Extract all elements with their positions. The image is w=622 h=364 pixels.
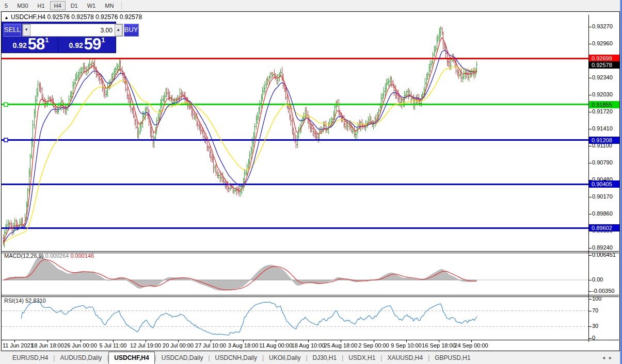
rsi-axis-tick (589, 299, 592, 300)
price-axis-tick-label: 0.89860 (592, 210, 620, 217)
price-axis-tick (589, 78, 592, 78)
price-axis-tick-label: 0.91410 (592, 125, 620, 131)
time-axis-tick (471, 340, 472, 342)
one-click-trade-panel: SELL ▼ ▲ BUY 0.92 58 1 0.92 59 1 (2, 22, 116, 53)
price-axis-tick-label: 0.90790 (592, 159, 620, 166)
timeframe-button-h1[interactable]: H1 (34, 1, 49, 10)
macd-axis-tick (589, 280, 592, 280)
time-axis-tick (341, 340, 341, 342)
price-badge: 0.91855 (589, 101, 619, 108)
rsi-axis-label: 30 (592, 323, 620, 329)
timeframe-button-5[interactable]: 5 (1, 1, 12, 10)
time-axis-tick (406, 340, 407, 342)
price-axis-tick (589, 129, 592, 129)
macd-label: MACD(12,26,9) 0.000264 0.000146 (4, 253, 94, 259)
tabs-scroll-right-icon[interactable]: ▸ (609, 355, 616, 360)
buy-price-major: 0.92 (69, 41, 83, 49)
timeframe-button-mn[interactable]: MN (101, 1, 118, 10)
rsi-axis-label: 70 (592, 307, 620, 313)
panel-separator (2, 340, 619, 340)
panel-separator[interactable] (2, 251, 619, 252)
chart-tab-usdchf[interactable]: USDCHF,H4 (108, 352, 154, 364)
price-axis-tick (589, 197, 592, 197)
price-axis-tick (589, 214, 592, 214)
price-axis-tick-label: 0.89240 (592, 244, 620, 251)
price-axis-tick (589, 112, 592, 112)
timeframe-button-m30[interactable]: M30 (13, 1, 32, 10)
price-badge: 0.89602 (589, 224, 619, 231)
chart-title: ▲USDCHF,H4 0.92576 0.92578 0.92576 0.925… (4, 13, 142, 21)
sell-price-display[interactable]: 0.92 58 1 (4, 37, 58, 52)
rsi-axis-tick (589, 338, 592, 339)
sell-button[interactable]: SELL (4, 24, 21, 37)
buy-button[interactable]: BUY (124, 24, 139, 37)
buy-price-display[interactable]: 0.92 59 1 (60, 37, 114, 52)
timeframe-button-h4[interactable]: H4 (50, 1, 66, 10)
rsi-canvas[interactable] (2, 296, 588, 340)
time-axis-tick (374, 340, 374, 342)
mt4-terminal: 5M30H1H4D1W1MN ▲USDCHF,H4 0.92576 0.9257… (0, 0, 622, 364)
price-axis-tick-label: 0.90170 (592, 193, 620, 200)
price-axis-tick (589, 44, 592, 44)
rsi-axis-tick (589, 326, 592, 327)
rsi-label: RSI(14) 52.8310 (4, 297, 46, 304)
buy-price-pips: 59 (84, 37, 101, 52)
price-axis-tick-label: 0.93270 (592, 23, 620, 29)
time-axis-tick (47, 340, 48, 342)
rsi-axis-label: 0 (592, 335, 620, 341)
volume-down-icon[interactable]: ▼ (23, 24, 30, 36)
chart-title-text: USDCHF,H4 0.92576 0.92578 0.92576 0.9257… (11, 13, 142, 21)
price-axis-tick (589, 146, 592, 146)
toolbar-separator (121, 2, 122, 10)
chart-tab-dj30[interactable]: DJ30,H1 (308, 352, 342, 364)
time-axis-tick (14, 340, 15, 342)
time-axis-tick (146, 340, 146, 342)
price-axis-tick (589, 163, 592, 163)
price-badge: 0.92578 (589, 61, 619, 69)
rsi-axis-label: 100 (592, 295, 620, 302)
macd-canvas[interactable] (2, 253, 588, 295)
chart-tab-gbpusd[interactable]: GBPUSD,H1 (429, 352, 475, 364)
timeframe-toolbar: 5M30H1H4D1W1MN (0, 0, 622, 12)
chart-tab-eurusd[interactable]: EURUSD,H4 (7, 352, 53, 364)
price-axis-tick (589, 248, 592, 249)
time-axis-tick (276, 340, 276, 342)
chart-tab-usdcad[interactable]: USDCAD,Daily (156, 352, 209, 364)
macd-main-value: 0.000264 (45, 253, 69, 259)
sell-price-point: 1 (45, 36, 49, 44)
price-axis-tick-label: 0.92960 (592, 40, 620, 46)
buy-price-point: 1 (101, 36, 105, 44)
panel-separator (2, 253, 619, 253)
chart-tab-ukoil[interactable]: UKOil,Daily (264, 352, 306, 364)
time-axis-label: 24 Sep 00:00 (451, 342, 492, 349)
chart-tab-usdcnh[interactable]: USDCNH,Daily (210, 352, 262, 364)
sell-price-pips: 58 (28, 37, 44, 52)
macd-signal-value: 0.000146 (70, 253, 94, 259)
price-axis-tick (589, 95, 592, 95)
chart-tab-bar: EURUSD,H4|AUDUSD,Daily|USDCHF,H4|USDCAD,… (0, 352, 622, 364)
price-axis-tick-label: 0.92030 (592, 91, 620, 97)
macd-axis-label: 0.006451 (592, 252, 620, 258)
volume-up-icon[interactable]: ▲ (115, 24, 122, 36)
timeframe-button-d1[interactable]: D1 (67, 1, 82, 10)
time-axis-tick (211, 340, 211, 342)
time-axis-tick (113, 340, 114, 342)
chart-tab-usdx[interactable]: USDX,H1 (343, 352, 380, 364)
chart-tab-xauusd[interactable]: XAUUSD,H4 (382, 352, 428, 364)
rsi-axis-tick (589, 311, 592, 311)
collapse-icon[interactable]: ▲ (4, 15, 9, 20)
panel-separator[interactable] (2, 295, 619, 295)
timeframe-button-w1[interactable]: W1 (83, 1, 100, 10)
time-axis-tick (439, 340, 439, 342)
window-edge (620, 0, 622, 364)
price-axis-tick (589, 27, 592, 27)
panel-separator (2, 296, 619, 297)
price-badge: 0.90405 (589, 180, 619, 188)
tab-scroll-nav: ◂▸ (602, 355, 616, 360)
tabs-scroll-left-icon[interactable]: ◂ (602, 355, 609, 360)
macd-axis-tick (589, 255, 592, 256)
time-axis-tick (81, 340, 81, 342)
volume-input[interactable] (30, 24, 115, 36)
chart-tab-audusd[interactable]: AUDUSD,Daily (55, 352, 107, 364)
macd-axis-tick (589, 291, 592, 292)
